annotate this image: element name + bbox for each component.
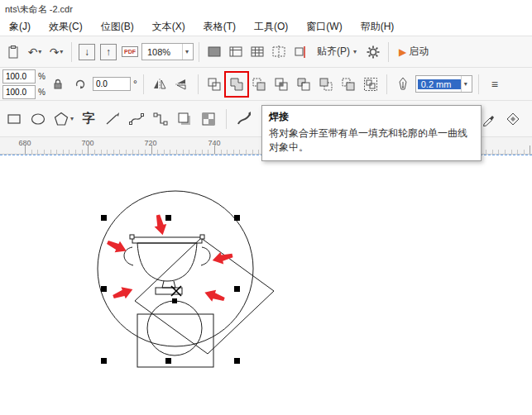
property-bar: % % ° [0, 68, 532, 101]
front-minus-back-button[interactable] [316, 74, 336, 95]
handle-bottom-center[interactable] [165, 358, 171, 364]
drawing-area[interactable] [0, 155, 532, 415]
toolbox-right-group [479, 108, 523, 130]
outline-pen-icon [393, 74, 413, 95]
interactive-fill-tool-icon[interactable] [503, 108, 523, 130]
ellipse-tool-icon[interactable] [28, 108, 48, 130]
bottom-ellipse-shape[interactable] [147, 301, 202, 355]
redo-dropdown-icon[interactable]: ▾ [60, 48, 63, 55]
drawing-canvas[interactable] [0, 155, 532, 415]
polygon-dropdown-icon[interactable]: ▾ [70, 115, 74, 122]
publish-pdf-button[interactable]: PDF [120, 41, 140, 63]
undo-button[interactable]: ↶ ▾ [25, 41, 45, 63]
outline-width-combo[interactable]: 0.2 mm ▾ [415, 75, 472, 93]
back-minus-front-button[interactable] [338, 74, 358, 95]
redo-button[interactable]: ↷ ▾ [46, 41, 66, 63]
import-button[interactable]: ↓ [77, 41, 97, 63]
undo-dropdown-icon[interactable]: ▾ [38, 48, 41, 55]
red-arrow-left-lower[interactable] [111, 284, 135, 303]
alignment-guides-icon[interactable] [290, 41, 310, 63]
menu-effects[interactable]: 效果(C) [40, 19, 92, 35]
text-tool-icon[interactable]: 字 [79, 108, 98, 130]
options-gear-icon[interactable] [363, 41, 383, 63]
window-title: nts\未命名 -2.cdr [5, 3, 73, 16]
tooltip-body: 将对象合并至带有单一填充和轮廓的单一曲线对象中。 [269, 126, 474, 155]
menu-help[interactable]: 帮助(H) [352, 19, 404, 35]
mirror-vertical-button[interactable] [172, 74, 192, 95]
zoom-level-combo[interactable]: 108% ▾ [141, 43, 194, 60]
mirror-horizontal-button[interactable] [150, 74, 170, 95]
rotation-field[interactable] [93, 77, 131, 91]
lock-ratio-icon[interactable] [48, 74, 68, 95]
handle-bottom-right[interactable] [234, 358, 240, 364]
handle-middle-left[interactable] [101, 286, 107, 292]
create-boundary-button[interactable] [361, 74, 381, 95]
bottom-rectangle-shape[interactable] [137, 314, 213, 367]
polygon-tool-icon[interactable]: ▾ [52, 108, 74, 130]
menu-table[interactable]: 表格(T) [194, 19, 245, 35]
large-circle-shape[interactable] [98, 191, 253, 346]
freehand-tool-icon[interactable] [103, 108, 122, 130]
show-grid-icon[interactable] [247, 41, 267, 63]
trim-button[interactable] [249, 74, 269, 95]
redo-icon: ↷ [50, 45, 60, 59]
handle-top-right[interactable] [234, 215, 240, 221]
handle-middle-right[interactable] [234, 286, 240, 292]
handle-top-center[interactable] [165, 215, 171, 221]
menu-object[interactable]: 象(J) [0, 19, 40, 35]
menu-text[interactable]: 文本(X) [143, 19, 194, 35]
export-icon: ↑ [100, 44, 117, 60]
full-screen-preview-icon[interactable] [204, 41, 224, 63]
paste-button[interactable] [3, 41, 23, 63]
export-button[interactable]: ↑ [98, 41, 118, 63]
rotation-icon [70, 74, 90, 95]
simplify-button[interactable] [294, 74, 314, 95]
snap-to-button[interactable]: 贴齐(P) ▾ [312, 41, 362, 63]
bezier-tool-icon[interactable] [127, 108, 146, 130]
separator [388, 42, 389, 62]
intersect-button[interactable] [271, 74, 291, 95]
show-rulers-icon[interactable] [226, 41, 246, 63]
red-arrow-left-upper[interactable] [105, 236, 129, 256]
transparency-tool-icon[interactable] [199, 108, 218, 130]
launch-button[interactable]: ▶ 启动 [394, 41, 434, 63]
separator [478, 74, 479, 94]
standard-toolbar: ↶ ▾ ↷ ▾ ↓ ↑ PDF 108% ▾ 贴齐(P) ▾ ▶ 启动 [0, 36, 532, 68]
red-arrow-right-lower[interactable] [203, 287, 227, 305]
connector-tool-icon[interactable] [151, 108, 170, 130]
outline-width-dropdown-icon[interactable]: ▾ [461, 76, 470, 92]
zoom-level-value: 108% [144, 47, 182, 57]
degree-label: ° [133, 79, 137, 90]
undo-icon: ↶ [28, 45, 38, 59]
handle-top-left[interactable] [101, 215, 107, 221]
weld-button[interactable] [227, 74, 247, 95]
separator [198, 74, 199, 94]
import-icon: ↓ [79, 44, 95, 60]
menu-bitmaps[interactable]: 位图(B) [92, 19, 143, 35]
snap-dropdown-icon[interactable]: ▾ [353, 48, 357, 55]
rotated-square-shape[interactable] [135, 238, 274, 354]
separator [71, 42, 72, 62]
scale-x-field[interactable] [2, 69, 36, 83]
zoom-dropdown-icon[interactable]: ▾ [182, 44, 191, 60]
red-arrows[interactable] [105, 213, 234, 305]
artistic-media-tool-icon[interactable] [234, 108, 254, 130]
overflow-glyph: ≡ [491, 78, 498, 91]
overflow-menu-icon[interactable]: ≡ [485, 74, 505, 95]
separator [386, 74, 387, 94]
scale-y-field[interactable] [2, 85, 36, 99]
handle-bottom-left[interactable] [101, 358, 107, 364]
red-arrow-right-upper[interactable] [211, 250, 234, 267]
title-bar: nts\未命名 -2.cdr [0, 0, 532, 18]
menu-tools[interactable]: 工具(O) [245, 19, 297, 35]
combine-button[interactable] [204, 74, 224, 95]
show-guidelines-icon[interactable] [269, 41, 289, 63]
trophy-shape[interactable] [124, 235, 210, 294]
eyedropper-tool-icon[interactable] [479, 108, 499, 130]
tooltip: 焊接 将对象合并至带有单一填充和轮廓的单一曲线对象中。 [261, 105, 482, 161]
tooltip-title: 焊接 [269, 110, 474, 124]
rectangle-tool-icon[interactable] [4, 108, 24, 130]
ruler-tick-label: 680 [18, 139, 31, 147]
menu-window[interactable]: 窗口(W) [297, 19, 351, 35]
drop-shadow-tool-icon[interactable] [175, 108, 194, 130]
